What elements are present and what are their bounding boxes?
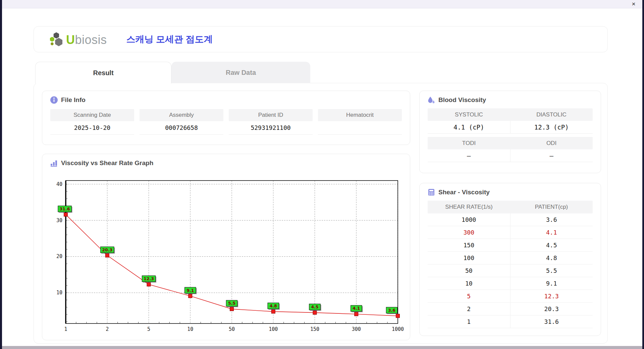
info-icon xyxy=(50,96,58,104)
data-point-marker xyxy=(313,311,317,314)
shear-rate-cell: 1000 xyxy=(428,213,510,226)
ubiosis-hexagon-icon xyxy=(49,31,65,47)
field-label: Hematocrit xyxy=(318,109,402,121)
y-tick-label: 40 xyxy=(56,181,62,187)
shear-row: 220.3 xyxy=(428,303,593,315)
blood-drops-icon xyxy=(428,96,435,104)
shear-rate-cell: 5 xyxy=(428,290,510,302)
odi-label: ODI xyxy=(510,137,593,149)
todi-label: TODI xyxy=(428,137,510,149)
data-point-marker xyxy=(355,312,358,316)
data-point-marker xyxy=(64,213,68,216)
shear-rate-cell: 2 xyxy=(428,303,510,315)
value-label-text: 12.3 xyxy=(144,276,154,281)
x-tick-label: 300 xyxy=(352,326,361,332)
patient-cell: 31.6 xyxy=(510,315,593,328)
x-tick-label: 5 xyxy=(147,326,150,332)
field-value: 2025-10-20 xyxy=(50,121,134,135)
calculator-icon xyxy=(428,189,435,196)
shear-row: 505.5 xyxy=(428,264,593,277)
window-bottom-edge xyxy=(0,346,644,349)
shear-rate-cell: 10 xyxy=(428,277,510,290)
shear-row: 131.6 xyxy=(428,315,593,328)
viscosity-graph-panel: Viscosity vs Shear Rate Graph 1020304012… xyxy=(42,154,410,340)
patient-cell: 9.1 xyxy=(510,277,593,290)
patient-column-header: PATIENT(cp) xyxy=(510,201,593,213)
value-label-text: 4.5 xyxy=(311,304,318,309)
file-info-title: File Info xyxy=(61,96,86,104)
tab-result[interactable]: Result xyxy=(35,62,171,84)
data-point-marker xyxy=(147,283,151,286)
shear-rate-cell: 1 xyxy=(428,315,510,328)
todi-value: – xyxy=(428,149,510,162)
patient-cell: 4.5 xyxy=(510,239,593,251)
field-assembly: Assembly 000726658 xyxy=(140,109,223,135)
field-value xyxy=(318,121,402,135)
systolic-label: SYSTOLIC xyxy=(428,108,510,121)
value-label-text: 20.3 xyxy=(102,247,112,252)
blood-viscosity-table: SYSTOLIC DIASTOLIC 4.1 (cP) 12.3 (cP) TO… xyxy=(428,108,593,162)
patient-cell: 20.3 xyxy=(510,303,593,315)
data-point-marker xyxy=(271,310,275,313)
viscosity-shear-chart: 102030401251050100150300100031.620.312.3… xyxy=(42,154,411,341)
x-tick-label: 100 xyxy=(269,326,278,332)
blood-viscosity-panel: Blood Viscosity SYSTOLIC DIASTOLIC 4.1 (… xyxy=(419,91,601,173)
value-label-text: 4.1 xyxy=(353,306,360,311)
window-border-left xyxy=(0,0,2,349)
data-point-marker xyxy=(105,254,109,257)
x-tick-label: 10 xyxy=(187,326,193,332)
close-button[interactable]: × xyxy=(630,0,638,8)
field-patient-id: Patient ID 52931921100 xyxy=(229,109,313,135)
patient-cell: 4.1 xyxy=(510,226,593,239)
ubiosis-logo: Ubiosis xyxy=(49,31,107,47)
blood-viscosity-title: Blood Viscosity xyxy=(438,96,486,104)
systolic-value: 4.1 (cP) xyxy=(428,121,510,133)
field-label: Assembly xyxy=(140,109,223,121)
field-label: Patient ID xyxy=(229,109,313,121)
value-label-text: 3.6 xyxy=(388,308,395,313)
value-label-text: 9.1 xyxy=(186,288,194,293)
x-tick-label: 1 xyxy=(64,326,67,332)
x-tick-label: 50 xyxy=(229,326,235,332)
data-point-marker xyxy=(189,294,192,298)
field-value: 000726658 xyxy=(140,121,223,135)
field-scanning-date: Scanning Date 2025-10-20 xyxy=(50,109,134,135)
shear-row: 10003.6 xyxy=(428,213,593,226)
shear-row: 109.1 xyxy=(428,277,593,290)
file-info-panel: File Info Scanning Date 2025-10-20 Assem… xyxy=(42,91,410,145)
field-value: 52931921100 xyxy=(229,121,313,135)
odi-value: – xyxy=(510,149,593,162)
patient-cell: 12.3 xyxy=(510,290,593,302)
app-title-korean: 스캐닝 모세관 점도계 xyxy=(126,33,213,45)
window-titlebar: × xyxy=(2,0,642,8)
data-point-marker xyxy=(230,307,234,311)
x-tick-label: 150 xyxy=(310,326,319,332)
value-label-text: 31.6 xyxy=(60,206,70,211)
shear-rate-cell: 50 xyxy=(428,264,510,277)
field-hematocrit: Hematocrit xyxy=(318,109,402,135)
y-tick-label: 20 xyxy=(56,253,62,259)
shear-rate-cell: 300 xyxy=(428,226,510,239)
shear-row: 1504.5 xyxy=(428,239,593,252)
field-label: Scanning Date xyxy=(50,109,134,121)
data-point-marker xyxy=(396,314,400,318)
shear-row: 512.3 xyxy=(428,290,593,303)
patient-cell: 5.5 xyxy=(510,264,593,277)
shear-rate-cell: 150 xyxy=(428,239,510,251)
value-label-text: 5.5 xyxy=(228,301,235,306)
y-tick-label: 10 xyxy=(56,290,62,296)
x-tick-label: 2 xyxy=(106,326,109,332)
diastolic-value: 12.3 (cP) xyxy=(510,121,593,133)
shear-viscosity-table: SHEAR RATE(1/s) PATIENT(cp) 10003.6 3004… xyxy=(428,201,593,328)
patient-cell: 4.8 xyxy=(510,252,593,264)
x-tick-label: 1000 xyxy=(392,326,404,332)
shear-rate-cell: 100 xyxy=(428,252,510,264)
shear-viscosity-title: Shear - Viscosity xyxy=(438,189,490,196)
app-header: Ubiosis 스캐닝 모세관 점도계 xyxy=(34,26,608,52)
tab-card-joint xyxy=(36,83,171,84)
shear-rate-column-header: SHEAR RATE(1/s) xyxy=(428,201,510,213)
logo-text: Ubiosis xyxy=(66,33,107,47)
diastolic-label: DIASTOLIC xyxy=(510,108,593,121)
tab-raw-data[interactable]: Raw Data xyxy=(171,62,310,83)
value-label-text: 4.8 xyxy=(270,303,277,308)
